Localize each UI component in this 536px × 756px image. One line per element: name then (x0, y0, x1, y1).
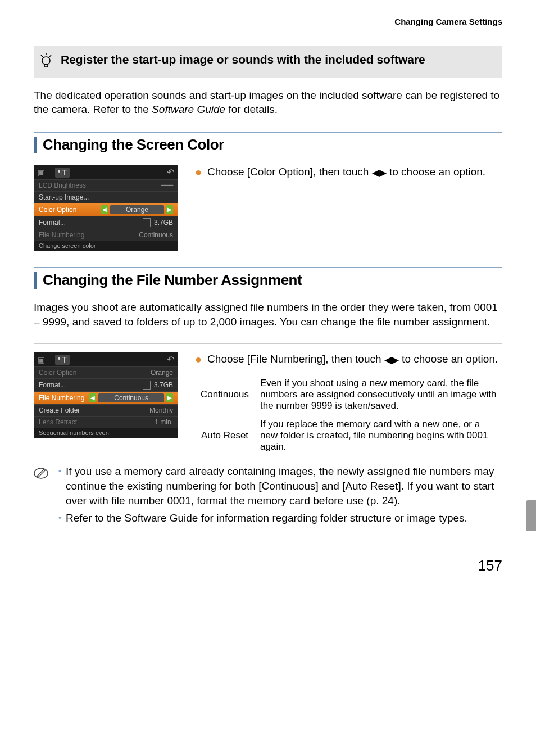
option-name: Auto Reset (195, 415, 255, 456)
svg-point-5 (34, 468, 48, 478)
tools-tab-icon: ¶T (55, 168, 70, 178)
instruction: ● Choose [Color Option], then touch ◀▶ t… (195, 165, 502, 180)
section-tab (526, 500, 536, 531)
back-icon: ↶ (167, 167, 174, 178)
left-right-arrows-icon: ◀▶ (372, 167, 387, 180)
menu-row-selected: Color Option ◀ Orange ▶ (34, 203, 178, 216)
option-desc: If you replace the memory card with a ne… (255, 415, 502, 456)
left-right-arrows-icon: ◀▶ (384, 354, 399, 367)
menu-row: File NumberingContinuous (34, 229, 178, 241)
menu-row: Lens Retract1 min. (34, 416, 178, 428)
menu-row: Format...3.7GB (34, 378, 178, 391)
camera-tab-icon: ▣ (38, 168, 45, 177)
divider (34, 343, 502, 344)
note-text: Refer to the Software Guide for informat… (66, 511, 467, 526)
card-icon (143, 218, 151, 227)
tip-title: Register the start-up image or sounds wi… (61, 52, 425, 67)
tools-tab-icon: ¶T (55, 355, 70, 365)
menu-row: Create FolderMonthly (34, 404, 178, 416)
section-bar (34, 272, 37, 289)
right-arrow-icon: ▶ (166, 205, 173, 214)
svg-rect-4 (44, 65, 48, 67)
tip-body-suffix: for details. (225, 103, 278, 115)
option-name: Continuous (195, 374, 255, 415)
menu-footer: Sequential numbers even (34, 428, 178, 438)
section-file-intro: Images you shoot are automatically assig… (34, 300, 502, 329)
menu-row: Start-up Image... (34, 191, 178, 203)
tip-callout: Register the start-up image or sounds wi… (34, 46, 502, 78)
section-heading-file-text: Changing the File Number Assignment (43, 271, 302, 289)
bullet-icon: ● (195, 165, 202, 180)
menu-footer: Change screen color (34, 241, 178, 251)
note-text: If you use a memory card already contain… (66, 464, 502, 508)
option-desc: Even if you shoot using a new memory car… (255, 374, 502, 415)
pencil-icon (34, 464, 48, 529)
left-arrow-icon: ◀ (89, 393, 96, 402)
table-row: Continuous Even if you shoot using a new… (195, 374, 502, 415)
section-rule (34, 267, 502, 268)
menu-row: Format...3.7GB (34, 216, 178, 229)
bullet-icon: • (58, 511, 61, 526)
menu-row: LCD Brightness━━━ (34, 179, 178, 191)
svg-line-1 (41, 55, 43, 57)
section-bar (34, 137, 37, 153)
section-heading-color: Changing the Screen Color (34, 136, 502, 153)
bullet-icon: ● (195, 352, 202, 367)
menu-row: Color OptionOrange (34, 366, 178, 378)
options-table: Continuous Even if you shoot using a new… (195, 374, 502, 456)
note-block: • If you use a memory card already conta… (34, 464, 502, 529)
card-icon (143, 381, 151, 390)
file-numbering-screenshot: ▣ ¶T ↶ Color OptionOrange Format...3.7GB… (34, 352, 178, 438)
tip-body: The dedicated operation sounds and start… (34, 88, 502, 117)
left-arrow-icon: ◀ (101, 205, 108, 214)
note-item: • Refer to the Software Guide for inform… (58, 511, 502, 526)
svg-line-2 (49, 55, 51, 57)
table-row: Auto Reset If you replace the memory car… (195, 415, 502, 456)
lightbulb-icon (39, 52, 53, 73)
right-arrow-icon: ▶ (166, 393, 173, 402)
instruction-prefix: Choose [Color Option], then touch (207, 166, 372, 178)
instruction-suffix: to choose an option. (399, 353, 498, 365)
section-heading-color-text: Changing the Screen Color (43, 136, 224, 153)
menu-value: Orange (110, 205, 164, 214)
running-header: Changing Camera Settings (34, 17, 502, 26)
back-icon: ↶ (167, 354, 174, 365)
tip-body-italic: Software Guide (152, 103, 225, 115)
page-number: 157 (34, 557, 502, 574)
menu-row-selected: File Numbering ◀ Continuous ▶ (34, 391, 178, 404)
header-rule (34, 29, 502, 29)
color-option-screenshot: ▣ ¶T ↶ LCD Brightness━━━ Start-up Image.… (34, 165, 178, 251)
menu-value: Continuous (98, 393, 164, 402)
section-heading-file: Changing the File Number Assignment (34, 271, 502, 289)
section-rule (34, 132, 502, 133)
instruction-prefix: Choose [File Numbering], then touch (207, 353, 384, 365)
instruction-suffix: to choose an option. (387, 166, 485, 178)
note-item: • If you use a memory card already conta… (58, 464, 502, 508)
instruction: ● Choose [File Numbering], then touch ◀▶… (195, 352, 502, 367)
camera-tab-icon: ▣ (38, 355, 45, 364)
svg-point-3 (42, 57, 50, 65)
bullet-icon: • (58, 464, 61, 508)
